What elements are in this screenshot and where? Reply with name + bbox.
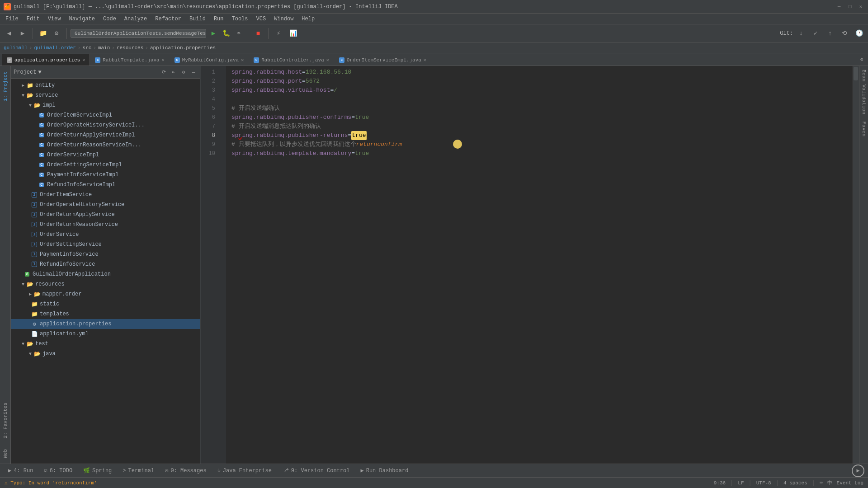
settings-button[interactable]: ⚙: [50, 27, 63, 40]
settings-panel-button[interactable]: ⚙: [179, 68, 188, 76]
menu-vcs[interactable]: VCS: [253, 15, 270, 23]
tree-orderoperatehistoryserviceimpl[interactable]: C OrderOperateHistoryServiceI...: [11, 120, 200, 130]
tree-test-java[interactable]: ▼ 📂 java: [11, 349, 200, 359]
bean-validation-panel[interactable]: Bean Validation: [859, 66, 868, 118]
menu-view[interactable]: View: [44, 15, 65, 23]
menu-build[interactable]: Build: [186, 15, 209, 23]
git-stash-button[interactable]: ⟲: [838, 27, 851, 40]
breadcrumb-item-1[interactable]: gulimall: [4, 45, 28, 51]
debug-button[interactable]: 🐛: [221, 28, 231, 39]
minimize-button[interactable]: ─: [835, 3, 843, 10]
tree-ordersettingserviceimpl[interactable]: C OrderSettingServiceImpl: [11, 160, 200, 170]
tree-orderreturnreasonservice[interactable]: I OrderReturnReasonService: [11, 220, 200, 230]
tree-orderreturnreasonservice[interactable]: C OrderReturnReasonServiceIm...: [11, 140, 200, 150]
heap-button[interactable]: 📊: [287, 27, 299, 40]
tree-refundinfoservice[interactable]: I RefundInfoService: [11, 259, 200, 269]
menu-refactor[interactable]: Refactor: [151, 15, 185, 23]
bottom-tab-terminal[interactable]: > Terminal: [118, 465, 159, 477]
line-ending[interactable]: LF: [738, 480, 744, 486]
tree-orderoperatehistoryservice[interactable]: I OrderOperateHistoryService: [11, 200, 200, 210]
menu-window[interactable]: Window: [270, 15, 297, 23]
tree-impl[interactable]: ▼ 📂 impl: [11, 100, 200, 110]
bottom-tab-spring[interactable]: 🌿 Spring: [79, 465, 116, 477]
close-button[interactable]: ✕: [857, 3, 864, 10]
project-structure-button[interactable]: 📁: [37, 27, 49, 40]
tab-close-button[interactable]: ✕: [82, 57, 85, 63]
tab-close-button-5[interactable]: ✕: [424, 57, 426, 63]
tree-orderitemservice-iface[interactable]: I OrderItemService: [11, 190, 200, 200]
collapse-all-button[interactable]: ⇤: [170, 68, 178, 76]
tree-templates[interactable]: 📁 templates: [11, 309, 200, 319]
tree-orderreturnapplyservice[interactable]: I OrderReturnApplyService: [11, 210, 200, 220]
breadcrumb-item-6[interactable]: application.properties: [150, 45, 216, 51]
typo-warning[interactable]: ⚠ Typo: In word 'returnconfirm': [5, 480, 97, 486]
menu-tools[interactable]: Tools: [228, 15, 252, 23]
tree-paymentinfoserviceimpl[interactable]: C PaymentInfoServiceImpl: [11, 170, 200, 180]
coverage-button[interactable]: ☂: [233, 28, 244, 39]
run-button[interactable]: ▶: [208, 28, 219, 39]
bottom-tab-todo[interactable]: ☑ 6: TODO: [39, 465, 77, 477]
bottom-tab-java-enterprise[interactable]: ☕ Java Enterprise: [213, 465, 276, 477]
tree-orderreturnservice[interactable]: C OrderReturnApplyServiceImpl: [11, 130, 200, 140]
run-configuration-dropdown[interactable]: GulimallOrderApplicationTests.sendMessag…: [71, 29, 206, 38]
menu-help[interactable]: Help: [298, 15, 318, 23]
breadcrumb-item-5[interactable]: resources: [117, 45, 143, 51]
project-panel-tab[interactable]: 1: Project: [1, 66, 9, 107]
tree-entity[interactable]: ▶ 📁 entity: [11, 80, 200, 90]
tree-application-properties[interactable]: ⚙ application.properties: [11, 319, 200, 329]
tree-mapper-order[interactable]: ▶ 📂 mapper.order: [11, 289, 200, 299]
code-editor[interactable]: 1 2 3 4 5 6 7 8 9 10 spring.rabbitmq.hos…: [201, 66, 859, 464]
menu-analyze[interactable]: Analyze: [121, 15, 151, 23]
breadcrumb-item-3[interactable]: src: [82, 45, 91, 51]
git-history-button[interactable]: 🕐: [853, 27, 865, 40]
event-log[interactable]: Event Log: [837, 480, 863, 486]
tree-refundinfoserviceimpl[interactable]: C RefundInfoServiceImpl: [11, 180, 200, 190]
tree-orderserviceimpl[interactable]: C OrderServiceImpl: [11, 150, 200, 160]
tab-myrabbit-config[interactable]: C MyRabbitConfig.java ✕: [170, 54, 249, 66]
tree-resources[interactable]: ▼ 📂 resources: [11, 279, 200, 289]
tab-close-button-3[interactable]: ✕: [241, 57, 244, 63]
menu-edit[interactable]: Edit: [23, 15, 43, 23]
encoding[interactable]: UTF-8: [756, 480, 771, 486]
tree-application-yml[interactable]: 📄 application.yml: [11, 329, 200, 339]
tree-paymentinfoservice[interactable]: I PaymentInfoService: [11, 249, 200, 259]
git-push-button[interactable]: ↑: [824, 27, 836, 40]
editor-settings-button[interactable]: ⚙: [857, 53, 866, 66]
breadcrumb-item-4[interactable]: main: [98, 45, 110, 51]
favorites-tab[interactable]: 2: Favorites: [1, 397, 9, 444]
sync-button[interactable]: ⟳: [160, 68, 168, 76]
tree-ordersettingservice[interactable]: I OrderSettingService: [11, 239, 200, 249]
menu-code[interactable]: Code: [99, 15, 120, 23]
maximize-button[interactable]: □: [846, 3, 854, 10]
playback-button[interactable]: ▶: [852, 465, 864, 477]
indent[interactable]: 4 spaces: [783, 480, 807, 486]
maven-panel[interactable]: Maven: [859, 118, 868, 140]
code-lines[interactable]: spring.rabbitmq.host=192.168.56.10 sprin…: [226, 66, 853, 464]
tree-orderservice[interactable]: I OrderService: [11, 230, 200, 239]
tree-gulimallorderapplication[interactable]: A GulimallOrderApplication: [11, 269, 200, 279]
git-update-button[interactable]: ↓: [795, 27, 807, 40]
menu-navigate[interactable]: Navigate: [65, 15, 99, 23]
bottom-tab-messages[interactable]: ✉ 0: Messages: [160, 465, 211, 477]
tree-service[interactable]: ▼ 📂 service: [11, 90, 200, 100]
forward-button[interactable]: ▶: [16, 27, 29, 40]
tab-order-item-service[interactable]: C OrderItemServiceImpl.java ✕: [334, 54, 431, 66]
web-tab[interactable]: Web: [1, 444, 9, 464]
menu-file[interactable]: File: [2, 15, 22, 23]
cursor-position[interactable]: 9:36: [714, 480, 726, 486]
profile-button[interactable]: ⚡: [272, 27, 285, 40]
bottom-tab-run-dashboard[interactable]: ▶ Run Dashboard: [356, 465, 413, 477]
bottom-tab-version-control[interactable]: ⎇ 9: Version Control: [278, 465, 354, 477]
tab-rabbit-template[interactable]: C RabbitTemplate.java ✕: [90, 54, 169, 66]
tree-test[interactable]: ▼ 📂 test: [11, 339, 200, 349]
menu-run[interactable]: Run: [210, 15, 227, 23]
minimize-panel-button[interactable]: —: [189, 68, 198, 76]
tree-orderitemserviceimpl[interactable]: C OrderItemServiceImpl: [11, 110, 200, 120]
tree-static[interactable]: 📁 static: [11, 299, 200, 309]
scroll-thumb[interactable]: [854, 67, 858, 80]
back-button[interactable]: ◀: [3, 27, 15, 40]
tab-close-button-4[interactable]: ✕: [326, 57, 329, 63]
project-dropdown[interactable]: Project ▼: [14, 69, 42, 75]
breadcrumb-item-2[interactable]: gulimall-order: [34, 45, 75, 51]
tab-close-button-2[interactable]: ✕: [162, 57, 165, 63]
